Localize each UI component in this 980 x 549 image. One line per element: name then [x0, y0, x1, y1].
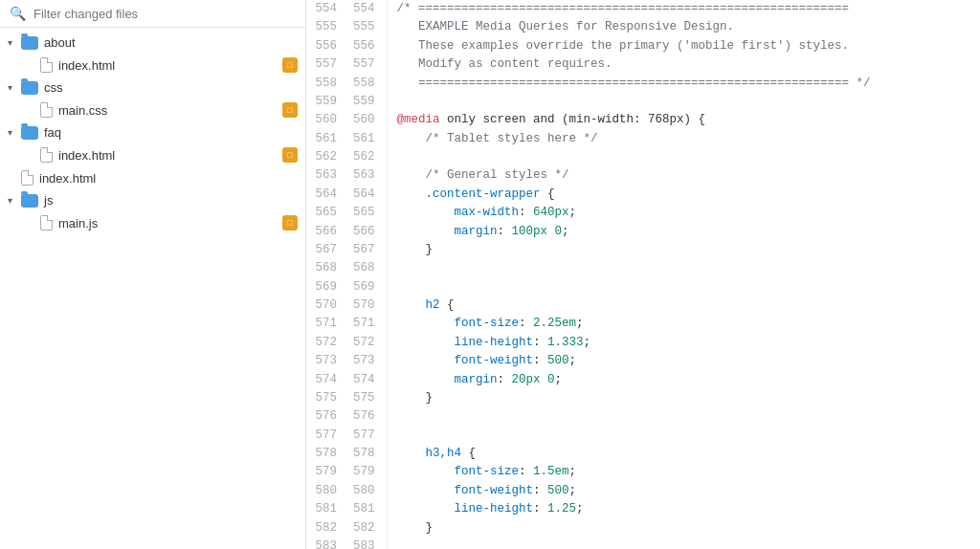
line-number-left: 581 — [306, 500, 346, 518]
code-content: h2 { — [387, 296, 980, 315]
line-number-right: 574 — [346, 371, 387, 389]
line-number-left: 571 — [306, 315, 346, 333]
code-line: 576576 — [306, 407, 980, 426]
folder-css[interactable]: ▾ css — [0, 77, 305, 99]
modified-badge — [282, 215, 298, 231]
line-number-left: 573 — [306, 352, 346, 370]
file-icon — [21, 170, 33, 186]
line-number-left: 570 — [306, 296, 346, 315]
line-number-right: 572 — [346, 334, 387, 352]
code-content — [387, 407, 980, 426]
code-line: 574574 margin: 20px 0; — [306, 371, 980, 389]
code-line: 572572 line-height: 1.333; — [306, 334, 980, 352]
line-number-left: 572 — [306, 334, 346, 352]
code-line: 554554/* ===============================… — [306, 0, 980, 18]
folder-faq[interactable]: ▾ faq — [0, 121, 305, 143]
line-number-right: 578 — [346, 445, 387, 463]
file-faq-index[interactable]: index.html — [0, 143, 305, 166]
line-number-right: 555 — [346, 18, 387, 36]
code-line: 563563 /* General styles */ — [306, 166, 980, 185]
line-number-left: 557 — [306, 55, 346, 74]
line-number-left: 569 — [306, 278, 346, 296]
file-label: index.html — [58, 58, 282, 73]
code-content: .content-wrapper { — [387, 186, 980, 204]
modified-badge — [282, 147, 298, 163]
code-line: 575575 } — [306, 389, 980, 407]
line-number-left: 567 — [306, 241, 346, 259]
folder-js[interactable]: ▾ js — [0, 189, 305, 211]
code-content: /* General styles */ — [387, 166, 980, 185]
line-number-right: 557 — [346, 55, 387, 74]
code-content: max-width: 640px; — [387, 204, 980, 222]
file-css-main[interactable]: main.css — [0, 99, 305, 121]
code-line: 560560@media only screen and (min-width:… — [306, 111, 980, 129]
chevron-down-icon: ▾ — [8, 127, 21, 138]
code-content: margin: 20px 0; — [387, 371, 980, 389]
line-number-left: 576 — [306, 407, 346, 426]
file-root-index[interactable]: index.html — [0, 166, 305, 189]
line-number-right: 573 — [346, 352, 387, 370]
line-number-right: 568 — [346, 259, 387, 277]
file-label: main.css — [58, 103, 282, 118]
code-content: ========================================… — [387, 75, 980, 93]
line-number-left: 562 — [306, 148, 346, 166]
line-number-right: 554 — [346, 0, 387, 18]
line-number-left: 565 — [306, 204, 346, 222]
line-number-left: 575 — [306, 389, 346, 407]
line-number-right: 571 — [346, 315, 387, 333]
folder-label: css — [44, 80, 298, 95]
code-line: 582582 } — [306, 519, 980, 538]
code-line: 556556 These examples override the prima… — [306, 37, 980, 55]
line-number-left: 561 — [306, 130, 346, 148]
search-icon: 🔍 — [10, 6, 26, 21]
line-number-left: 566 — [306, 223, 346, 241]
file-label: index.html — [58, 148, 282, 163]
code-line: 555555 EXAMPLE Media Queries for Respons… — [306, 18, 980, 36]
line-number-left: 563 — [306, 166, 346, 185]
folder-label: js — [44, 193, 298, 208]
code-table: 554554/* ===============================… — [306, 0, 980, 549]
line-number-left: 556 — [306, 37, 346, 55]
file-tree: ▾ about index.html ▾ css main.css ▾ faq — [0, 28, 305, 549]
code-content: line-height: 1.25; — [387, 500, 980, 518]
code-content: /* =====================================… — [387, 0, 980, 18]
code-content: font-weight: 500; — [387, 352, 980, 370]
code-content: EXAMPLE Media Queries for Responsive Des… — [387, 18, 980, 36]
code-content: font-size: 1.5em; — [387, 463, 980, 481]
line-number-right: 570 — [346, 296, 387, 315]
code-content: line-height: 1.333; — [387, 334, 980, 352]
line-number-left: 577 — [306, 427, 346, 445]
code-line: 579579 font-size: 1.5em; — [306, 463, 980, 481]
folder-about[interactable]: ▾ about — [0, 32, 305, 54]
line-number-left: 558 — [306, 75, 346, 93]
code-line: 566566 margin: 100px 0; — [306, 223, 980, 241]
code-content: font-weight: 500; — [387, 482, 980, 500]
code-content: h3,h4 { — [387, 445, 980, 463]
line-number-right: 580 — [346, 482, 387, 500]
line-number-right: 581 — [346, 500, 387, 518]
line-number-left: 574 — [306, 371, 346, 389]
code-line: 570570 h2 { — [306, 296, 980, 315]
file-js-main[interactable]: main.js — [0, 211, 305, 234]
line-number-right: 575 — [346, 389, 387, 407]
code-content — [387, 93, 980, 111]
line-number-left: 580 — [306, 482, 346, 500]
line-number-right: 561 — [346, 130, 387, 148]
code-line: 580580 font-weight: 500; — [306, 482, 980, 500]
folder-icon — [21, 81, 38, 95]
folder-icon — [21, 36, 38, 50]
line-number-right: 569 — [346, 278, 387, 296]
chevron-down-icon: ▾ — [8, 195, 21, 206]
code-content — [387, 259, 980, 277]
line-number-left: 583 — [306, 538, 346, 549]
code-line: 558558 =================================… — [306, 75, 980, 93]
line-number-right: 576 — [346, 407, 387, 426]
code-line: 562562 — [306, 148, 980, 166]
modified-badge — [282, 102, 298, 118]
file-icon — [40, 147, 53, 163]
code-line: 568568 — [306, 259, 980, 277]
code-line: 557557 Modify as content requires. — [306, 55, 980, 74]
file-about-index[interactable]: index.html — [0, 54, 305, 77]
search-bar[interactable]: 🔍 — [0, 0, 305, 28]
search-input[interactable] — [33, 7, 296, 21]
